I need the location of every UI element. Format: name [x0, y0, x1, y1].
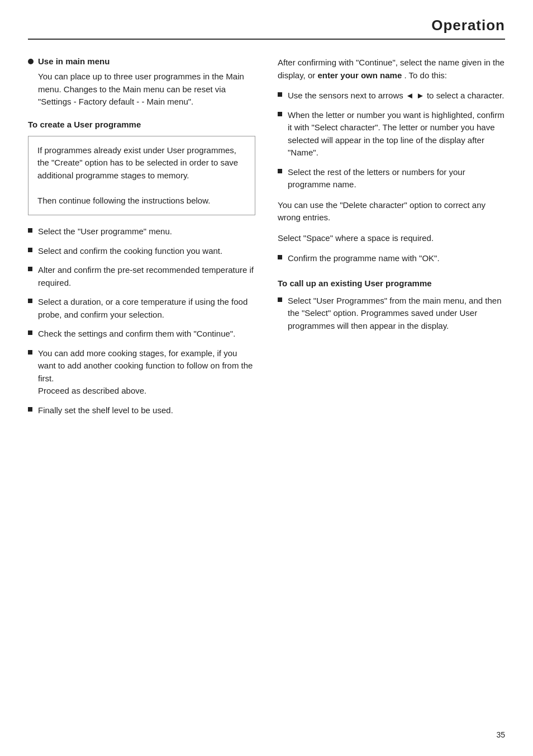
bullet-square-icon	[28, 228, 32, 233]
bullet-square-icon	[28, 299, 32, 303]
info-box-line1: If programmes already exist under User p…	[37, 145, 238, 180]
to-call-heading: To call up an existing User programme	[278, 278, 505, 288]
list-item-text: Finally set the shelf level to be used.	[38, 404, 255, 417]
list-item-text: Select and confirm the cooking function …	[38, 245, 255, 258]
bullet-square-icon	[28, 267, 32, 271]
to-call-list: Select "User Programmes" from the main m…	[278, 295, 505, 333]
bullet-square-icon	[28, 350, 32, 355]
delete-character-para: You can use the "Delete character" optio…	[278, 199, 505, 224]
list-item: Select "User Programmes" from the main m…	[278, 295, 505, 333]
left-column: Use in main menu You can place up to thr…	[28, 56, 255, 423]
use-in-main-menu-body: You can place up to three user programme…	[38, 70, 255, 108]
list-item: When the letter or number you want is hi…	[278, 109, 505, 159]
list-item-text: Select "User Programmes" from the main m…	[288, 295, 505, 333]
list-item: Select and confirm the cooking function …	[28, 245, 255, 258]
bullet-square-icon	[28, 330, 32, 335]
intro-paragraph: After confirming with "Continue", select…	[278, 56, 505, 82]
list-item: Select a duration, or a core temperature…	[28, 296, 255, 321]
list-item-text: You can add more cooking stages, for exa…	[38, 347, 255, 398]
right-bullet-list-1: Use the sensors next to arrows ◄ ► to se…	[278, 89, 505, 191]
bullet-square-icon	[278, 169, 282, 173]
to-create-heading: To create a User programme	[28, 120, 255, 129]
use-in-main-menu-heading: Use in main menu	[38, 56, 110, 66]
bullet-square-icon	[278, 112, 282, 116]
page-title: Operation	[431, 17, 505, 34]
list-item: You can add more cooking stages, for exa…	[28, 347, 255, 398]
intro-end: . To do this:	[404, 70, 446, 80]
list-item-text: Use the sensors next to arrows ◄ ► to se…	[288, 89, 505, 102]
list-item: Confirm the programme name with "OK".	[278, 252, 505, 265]
page-container: Operation Use in main menu You can place…	[0, 0, 533, 756]
list-item-text: Select a duration, or a core temperature…	[38, 296, 255, 321]
list-item-text: Select the "User programme" menu.	[38, 225, 255, 238]
bullet-square-icon	[278, 297, 282, 302]
page-header: Operation	[28, 17, 505, 40]
bullet-square-icon	[278, 255, 282, 259]
info-box: If programmes already exist under User p…	[28, 136, 255, 216]
bullet-circle-icon	[28, 59, 34, 64]
use-in-main-menu-heading-row: Use in main menu	[28, 56, 255, 66]
list-item: Check the settings and confirm them with…	[28, 328, 255, 341]
list-item: Finally set the shelf level to be used.	[28, 404, 255, 417]
bullet-square-icon	[28, 407, 32, 412]
info-box-line2: Then continue following the instructions…	[37, 196, 210, 205]
list-item: Use the sensors next to arrows ◄ ► to se…	[278, 89, 505, 102]
list-item-text: Check the settings and confirm them with…	[38, 328, 255, 341]
list-item-text: Select the rest of the letters or number…	[288, 166, 505, 191]
list-item: Alter and confirm the pre-set recommende…	[28, 264, 255, 289]
space-para: Select "Space" where a space is required…	[278, 232, 505, 245]
list-item-text: Alter and confirm the pre-set recommende…	[38, 264, 255, 289]
list-item-text: Confirm the programme name with "OK".	[288, 252, 505, 265]
content-columns: Use in main menu You can place up to thr…	[28, 56, 505, 423]
page-number: 35	[496, 730, 505, 739]
list-item-text: When the letter or number you want is hi…	[288, 109, 505, 159]
list-item: Select the rest of the letters or number…	[278, 166, 505, 191]
right-column: After confirming with "Continue", select…	[278, 56, 505, 423]
left-bullet-list: Select the "User programme" menu. Select…	[28, 225, 255, 417]
bullet-square-icon	[28, 248, 32, 252]
right-bullet-list-2: Confirm the programme name with "OK".	[278, 252, 505, 265]
list-item: Select the "User programme" menu.	[28, 225, 255, 238]
intro-bold: enter your own name	[317, 70, 402, 80]
bullet-square-icon	[278, 92, 282, 97]
